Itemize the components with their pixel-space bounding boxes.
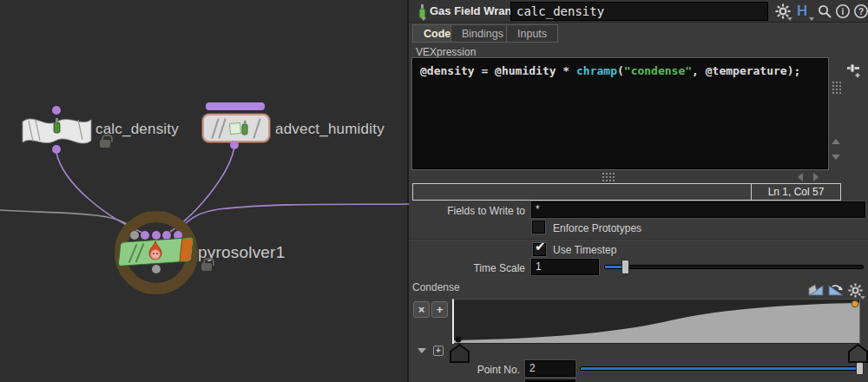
- node-name-input[interactable]: calc_density: [510, 2, 768, 21]
- advect-humidity-label: advect_humidity: [275, 121, 385, 138]
- point-no-label: Point No.: [409, 364, 520, 376]
- point-no-slider-handle[interactable]: [856, 362, 864, 375]
- svg-text:i: i: [842, 7, 845, 16]
- code-line: @density = @humidity * chramp("condense"…: [413, 59, 827, 82]
- time-scale-slider[interactable]: [604, 265, 864, 269]
- enforce-prototypes-checkbox[interactable]: [532, 221, 545, 234]
- editor-status-bar: Ln 1, Col 57: [412, 183, 841, 201]
- ramp-handle-right[interactable]: [848, 344, 868, 363]
- collapse-ramp-icon[interactable]: [418, 348, 426, 353]
- svg-text:?: ?: [858, 7, 864, 16]
- help-icon[interactable]: ?: [853, 3, 868, 19]
- pyro-flame-icon: [145, 240, 166, 263]
- node-wires: [0, 0, 409, 382]
- condense-ramp-graph[interactable]: [452, 299, 860, 344]
- houdini-logo-icon[interactable]: H: [797, 3, 807, 20]
- scroll-up-arrow[interactable]: [832, 139, 840, 144]
- advect-humidity-output-dot[interactable]: [230, 141, 239, 149]
- ramp-presets-icon[interactable]: [808, 283, 824, 297]
- checkmark-icon: ✔: [535, 239, 546, 254]
- tab-inputs[interactable]: Inputs: [506, 24, 558, 43]
- vertical-scrollbar-grip[interactable]: [832, 81, 841, 94]
- microsolver-bottle-icon: [54, 118, 60, 133]
- point-no-input[interactable]: 2: [525, 360, 575, 377]
- pyrosolver-lock-icon: [201, 263, 212, 271]
- fields-to-write-label: Fields to Write to: [411, 205, 525, 217]
- info-icon[interactable]: i: [835, 3, 851, 19]
- use-timestep-checkbox[interactable]: ✔: [533, 243, 546, 256]
- search-icon[interactable]: [817, 3, 832, 19]
- calc-density-lock-icon: [100, 140, 110, 148]
- fields-to-write-input[interactable]: *: [531, 201, 865, 218]
- parameter-pane: Gas Field Wrangle calc_density H i ?: [409, 0, 868, 382]
- scroll-left-arrow[interactable]: [798, 173, 803, 181]
- ramp-reverse-icon[interactable]: [828, 283, 844, 297]
- ramp-curve: [454, 300, 859, 344]
- pyrosolver-output-dot[interactable]: [152, 265, 161, 273]
- add-spare-parameter-icon[interactable]: [846, 62, 864, 81]
- scroll-right-arrow[interactable]: [813, 173, 819, 181]
- pyrosolver-input-dot-1[interactable]: [130, 231, 139, 240]
- ramp-add-point-button[interactable]: +: [431, 301, 448, 318]
- point-no-slider[interactable]: [580, 366, 864, 371]
- use-timestep-label: Use Timestep: [553, 244, 616, 256]
- ramp-point-start[interactable]: [456, 337, 462, 343]
- pyrosolver-output-flag[interactable]: [180, 238, 194, 261]
- section-separator: [409, 239, 868, 240]
- tab-bindings[interactable]: Bindings: [450, 24, 515, 43]
- time-scale-input[interactable]: 1: [531, 259, 599, 275]
- enforce-prototypes-label: Enforce Prototypes: [553, 222, 641, 234]
- pyrosolver-input-dot-3[interactable]: [152, 231, 161, 240]
- vexpression-label: VEXpression: [416, 46, 476, 58]
- line-col-indicator: Ln 1, Col 57: [751, 184, 840, 200]
- horizontal-scrollbar-grip[interactable]: [602, 172, 615, 181]
- ramp-handle-left[interactable]: [450, 344, 470, 363]
- ramp-expand-icon[interactable]: +: [433, 346, 444, 356]
- ramp-point-end-selected[interactable]: [852, 300, 858, 307]
- advect-box-bottle-icon: [228, 119, 251, 138]
- advect-humidity-selection-bar: [206, 102, 265, 110]
- network-editor-pane[interactable]: calc_density advect_humidity pyrosolver1: [0, 0, 409, 382]
- pyrosolver-input-dot-2[interactable]: [141, 231, 149, 240]
- wire-left-input: [0, 210, 135, 232]
- time-scale-label: Time Scale: [411, 262, 525, 274]
- vex-code-editor[interactable]: @density = @humidity * chramp("condense"…: [412, 58, 828, 169]
- time-scale-slider-handle[interactable]: [621, 260, 629, 274]
- wire-right-output: [178, 204, 409, 233]
- calc-density-output-dot[interactable]: [52, 145, 61, 154]
- condense-label: Condense: [412, 281, 460, 293]
- parameter-header: Gas Field Wrangle calc_density H i ?: [409, 0, 868, 23]
- advect-humidity-node[interactable]: [202, 114, 270, 142]
- scroll-down-arrow[interactable]: [832, 155, 840, 160]
- ramp-delete-point-button[interactable]: ×: [413, 301, 430, 318]
